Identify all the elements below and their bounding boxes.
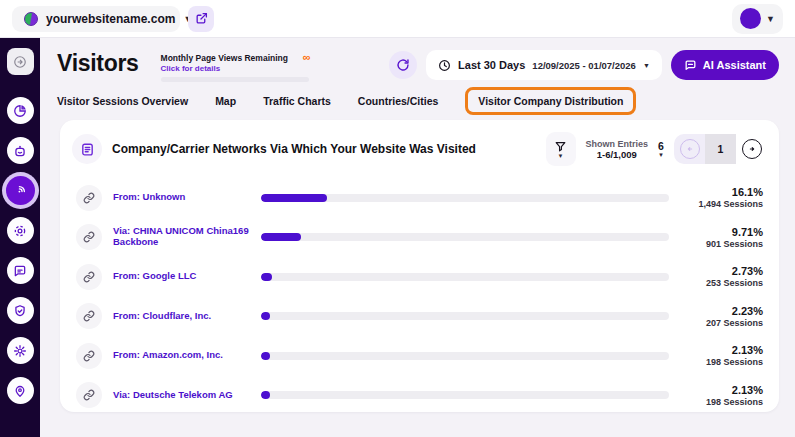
chevron-down-icon: ▼ — [558, 153, 564, 159]
tab-bar: Visitor Sessions Overview Map Traffic Ch… — [40, 82, 795, 114]
network-link[interactable]: Via: Deutsche Telekom AG — [113, 390, 261, 401]
row-percent: 2.13% — [679, 344, 763, 356]
refresh-icon — [396, 58, 410, 72]
quota-label: Monthly Page Views Remaining — [161, 53, 288, 63]
sidebar-item-bots[interactable] — [7, 137, 34, 164]
chevron-down-icon: ▼ — [766, 14, 775, 24]
bar-track — [261, 391, 669, 399]
external-link-icon — [195, 12, 208, 25]
row-percent: 16.1% — [679, 186, 763, 198]
table-row: From: Amazon.com, Inc. 2.13% 198 Session… — [72, 336, 767, 376]
row-stats: 2.13% 198 Sessions — [679, 344, 763, 367]
table-row: From: Unknown 16.1% 1,494 Sessions — [72, 178, 767, 218]
tab-traffic-charts[interactable]: Traffic Charts — [263, 95, 331, 107]
current-page: 1 — [705, 134, 736, 164]
next-page-button[interactable] — [742, 139, 762, 159]
link-icon — [76, 264, 102, 290]
topbar: yourwebsitename.com ▼ ▼ — [0, 0, 795, 38]
sidebar-item-locations[interactable] — [7, 377, 34, 404]
page-size-selector[interactable]: 6 ▼ — [658, 140, 664, 158]
tab-map[interactable]: Map — [215, 95, 236, 107]
link-icon — [76, 185, 102, 211]
row-sessions: 198 Sessions — [679, 357, 763, 367]
arrow-left-icon — [685, 144, 695, 154]
quota-details-link[interactable]: Click for details — [161, 64, 311, 73]
quota-widget: Monthly Page Views Remaining ∞ Click for… — [161, 50, 311, 82]
sidebar-item-security[interactable] — [7, 297, 34, 324]
network-link[interactable]: From: Google LLC — [113, 271, 261, 282]
table-row: Via: CHINA UNICOM China169 Backbone 9.71… — [72, 218, 767, 258]
main-content: Visitors Monthly Page Views Remaining ∞ … — [40, 38, 795, 437]
shield-check-icon — [13, 304, 27, 318]
bar-track — [261, 273, 669, 281]
account-menu[interactable]: ▼ — [732, 4, 783, 34]
sidebar-item-chat[interactable] — [7, 257, 34, 284]
row-percent: 2.23% — [679, 305, 763, 317]
clock-icon — [438, 59, 451, 72]
bar-fill — [261, 233, 301, 241]
row-stats: 9.71% 901 Sessions — [679, 226, 763, 249]
bar-fill — [261, 194, 327, 202]
network-link[interactable]: Via: CHINA UNICOM China169 Backbone — [113, 226, 261, 248]
gear-icon — [13, 344, 27, 358]
bar-fill — [261, 273, 272, 281]
bar-track — [261, 194, 669, 202]
row-stats: 2.13% 198 Sessions — [679, 384, 763, 407]
date-preset-label: Last 30 Days — [458, 59, 525, 71]
row-percent: 2.73% — [679, 265, 763, 277]
row-sessions: 253 Sessions — [679, 278, 763, 288]
chevron-down-icon: ▼ — [643, 62, 650, 69]
sidebar-item-visitors-inner — [6, 176, 35, 205]
visitors-radar-icon — [13, 184, 27, 198]
card-title: Company/Carrier Networks Via Which Your … — [112, 142, 476, 156]
site-selector[interactable]: yourwebsitename.com ▼ — [12, 6, 180, 32]
bar-fill — [261, 391, 270, 399]
row-sessions: 901 Sessions — [679, 239, 763, 249]
network-link[interactable]: From: Amazon.com, Inc. — [113, 350, 261, 361]
location-pin-icon — [13, 384, 27, 398]
site-domain: yourwebsitename.com — [46, 12, 175, 26]
prev-page-button[interactable] — [680, 139, 700, 159]
ai-chat-icon — [684, 59, 697, 72]
row-sessions: 1,494 Sessions — [679, 199, 763, 209]
sidebar-item-tracking[interactable] — [7, 217, 34, 244]
ai-assistant-button[interactable]: AI Assistant — [671, 50, 779, 80]
link-icon — [76, 303, 102, 329]
network-link[interactable]: From: Unknown — [113, 192, 261, 203]
date-range-value: 12/09/2025 - 01/07/2026 — [532, 60, 636, 71]
date-range-picker[interactable]: Last 30 Days 12/09/2025 - 01/07/2026 ▼ — [426, 50, 662, 80]
network-link[interactable]: From: Cloudflare, Inc. — [113, 311, 261, 322]
sidebar-item-dashboard[interactable] — [7, 97, 34, 124]
tab-visitor-company-distribution[interactable]: Visitor Company Distribution — [465, 87, 636, 115]
row-stats: 16.1% 1,494 Sessions — [679, 186, 763, 209]
infinity-icon: ∞ — [303, 52, 311, 63]
tab-countries-cities[interactable]: Countries/Cities — [358, 95, 439, 107]
expand-sidebar-button[interactable] — [7, 48, 34, 75]
chevron-down-icon: ▼ — [658, 152, 664, 158]
bar-fill — [261, 352, 270, 360]
open-site-button[interactable] — [188, 6, 214, 32]
avatar — [740, 8, 761, 29]
tab-visitor-sessions-overview[interactable]: Visitor Sessions Overview — [57, 95, 188, 107]
target-icon — [13, 224, 27, 238]
row-sessions: 207 Sessions — [679, 318, 763, 328]
row-percent: 2.13% — [679, 384, 763, 396]
report-icon — [72, 134, 102, 164]
table-row: From: Cloudflare, Inc. 2.23% 207 Session… — [72, 297, 767, 337]
shown-entries-label: Shown Entries — [586, 139, 649, 149]
table-row: From: Google LLC 2.73% 253 Sessions — [72, 257, 767, 297]
filter-button[interactable]: ▼ — [546, 132, 576, 166]
arrow-right-icon — [747, 144, 757, 154]
sidebar-item-visitors[interactable] — [2, 172, 39, 209]
chat-icon — [13, 264, 27, 278]
bar-track — [261, 233, 669, 241]
table-row: Via: Deutsche Telekom AG 2.13% 198 Sessi… — [72, 376, 767, 416]
shown-entries: Shown Entries 1-6/1,009 — [586, 139, 649, 160]
filter-icon — [554, 140, 567, 153]
bar-track — [261, 312, 669, 320]
refresh-button[interactable] — [389, 51, 417, 79]
bot-icon — [13, 144, 27, 158]
sidebar-item-settings[interactable] — [7, 337, 34, 364]
site-favicon — [24, 12, 38, 26]
link-icon — [76, 382, 102, 408]
